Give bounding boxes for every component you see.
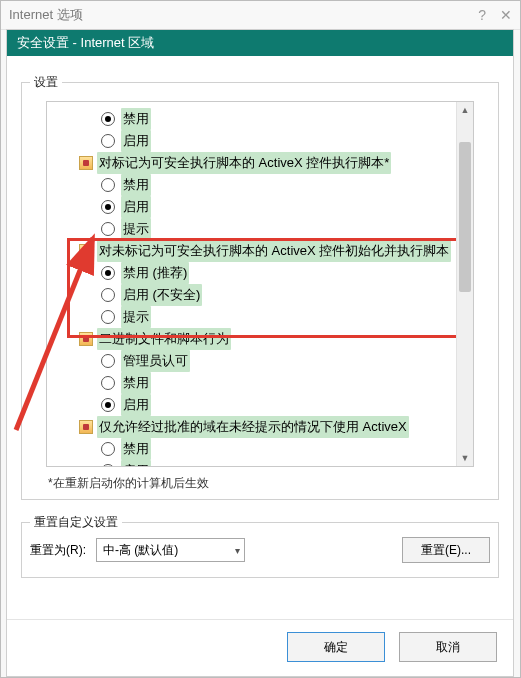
category-row: 仅允许经过批准的域在未经提示的情况下使用 ActiveX — [47, 416, 473, 438]
option-row[interactable]: 启用 (不安全) — [47, 284, 473, 306]
option-row[interactable]: 禁用 — [47, 438, 473, 460]
option-label: 启用 — [121, 130, 151, 152]
activex-icon — [79, 244, 93, 258]
dialog-title: 安全设置 - Internet 区域 — [17, 35, 154, 50]
radio-icon[interactable] — [101, 398, 115, 412]
option-label: 禁用 — [121, 174, 151, 196]
category-label: 对未标记为可安全执行脚本的 ActiveX 控件初始化并执行脚本 — [97, 240, 451, 262]
category-row: 对标记为可安全执行脚本的 ActiveX 控件执行脚本* — [47, 152, 473, 174]
dialog-titlebar: 安全设置 - Internet 区域 — [7, 30, 513, 56]
option-row[interactable]: 禁用 — [47, 174, 473, 196]
radio-icon[interactable] — [101, 310, 115, 324]
scroll-thumb[interactable] — [459, 142, 471, 292]
radio-icon[interactable] — [101, 112, 115, 126]
reset-group: 重置自定义设置 重置为(R): 中-高 (默认值) ▾ 重置(E)... — [21, 522, 499, 578]
reset-level-value: 中-高 (默认值) — [103, 542, 178, 559]
reset-level-combo[interactable]: 中-高 (默认值) ▾ — [96, 538, 245, 562]
option-label: 启用 — [121, 196, 151, 218]
option-label: 禁用 — [121, 108, 151, 130]
close-icon[interactable]: ✕ — [500, 1, 512, 29]
reset-to-label: 重置为(R): — [30, 542, 86, 559]
option-label: 提示 — [121, 306, 151, 328]
radio-icon[interactable] — [101, 200, 115, 214]
chevron-down-icon: ▾ — [235, 545, 240, 556]
activex-icon — [79, 420, 93, 434]
dialog-footer: 确定 取消 — [7, 619, 513, 676]
scroll-down-arrow-icon[interactable]: ▼ — [457, 450, 473, 466]
radio-icon[interactable] — [101, 178, 115, 192]
option-label: 启用 — [121, 460, 151, 467]
parent-titlebar: Internet 选项 ? ✕ — [1, 1, 520, 30]
settings-tree-content: 禁用 启用 对标记为可安全执行脚本的 ActiveX 控件执行脚本* — [47, 102, 473, 467]
radio-icon[interactable] — [101, 376, 115, 390]
option-label: 管理员认可 — [121, 350, 190, 372]
radio-icon[interactable] — [101, 266, 115, 280]
option-row[interactable]: 提示 — [47, 218, 473, 240]
option-row[interactable]: 启用 — [47, 460, 473, 467]
ok-button[interactable]: 确定 — [287, 632, 385, 662]
scroll-up-arrow-icon[interactable]: ▲ — [457, 102, 473, 118]
category-label: 仅允许经过批准的域在未经提示的情况下使用 ActiveX — [97, 416, 409, 438]
tree-scrollbar[interactable]: ▲ ▼ — [456, 102, 473, 466]
option-row[interactable]: 禁用 (推荐) — [47, 262, 473, 284]
radio-icon[interactable] — [101, 288, 115, 302]
parent-title: Internet 选项 — [9, 1, 83, 29]
option-row[interactable]: 提示 — [47, 306, 473, 328]
dialog-body: 设置 禁用 启用 — [7, 56, 513, 619]
radio-icon[interactable] — [101, 464, 115, 467]
option-label: 禁用 — [121, 372, 151, 394]
settings-tree: 禁用 启用 对标记为可安全执行脚本的 ActiveX 控件执行脚本* — [46, 101, 474, 467]
settings-group-label: 设置 — [30, 74, 62, 91]
option-label: 启用 (不安全) — [121, 284, 202, 306]
help-icon[interactable]: ? — [478, 1, 486, 29]
security-settings-dialog: 安全设置 - Internet 区域 设置 禁用 启用 — [6, 29, 514, 677]
option-row[interactable]: 启用 — [47, 130, 473, 152]
cancel-button[interactable]: 取消 — [399, 632, 497, 662]
reset-button[interactable]: 重置(E)... — [402, 537, 490, 563]
option-label: 禁用 (推荐) — [121, 262, 189, 284]
radio-icon[interactable] — [101, 354, 115, 368]
internet-options-window: Internet 选项 ? ✕ 安全设置 - Internet 区域 设置 禁用 — [0, 0, 521, 678]
radio-icon[interactable] — [101, 442, 115, 456]
option-row[interactable]: 管理员认可 — [47, 350, 473, 372]
option-row[interactable]: 禁用 — [47, 108, 473, 130]
radio-icon[interactable] — [101, 134, 115, 148]
option-label: 启用 — [121, 394, 151, 416]
option-row[interactable]: 启用 — [47, 394, 473, 416]
option-row[interactable]: 禁用 — [47, 372, 473, 394]
radio-icon[interactable] — [101, 222, 115, 236]
category-label: 二进制文件和脚本行为 — [97, 328, 231, 350]
category-row-unsafe-activex: 对未标记为可安全执行脚本的 ActiveX 控件初始化并执行脚本 — [47, 240, 473, 262]
option-label: 禁用 — [121, 438, 151, 460]
activex-icon — [79, 332, 93, 346]
restart-note: *在重新启动你的计算机后生效 — [48, 475, 490, 492]
parent-window-controls: ? ✕ — [478, 1, 512, 29]
category-label: 对标记为可安全执行脚本的 ActiveX 控件执行脚本* — [97, 152, 391, 174]
reset-group-label: 重置自定义设置 — [30, 514, 122, 531]
option-row[interactable]: 启用 — [47, 196, 473, 218]
settings-group: 设置 禁用 启用 — [21, 82, 499, 500]
activex-icon — [79, 156, 93, 170]
category-row: 二进制文件和脚本行为 — [47, 328, 473, 350]
option-label: 提示 — [121, 218, 151, 240]
